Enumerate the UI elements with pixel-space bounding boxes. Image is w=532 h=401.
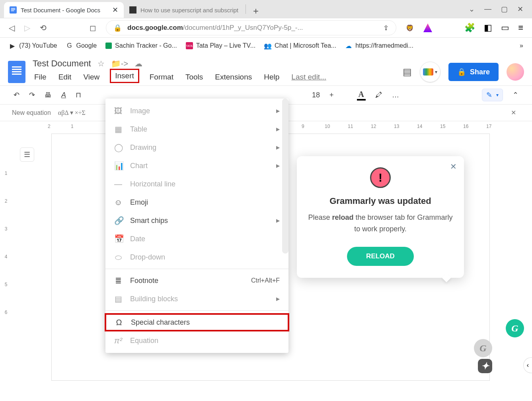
equation-symbols[interactable]: αβΔ ▾ ×÷Σ	[58, 109, 86, 116]
redo-icon[interactable]: ↷	[29, 91, 35, 99]
star-icon[interactable]: ☆	[97, 59, 105, 68]
minimize-icon[interactable]: —	[484, 5, 491, 13]
hline-icon: —	[114, 180, 122, 189]
bookmark-google[interactable]: GGoogle	[66, 42, 97, 49]
bookmark-teams[interactable]: 👥Chat | Microsoft Tea...	[264, 42, 336, 49]
menu-item-drawing[interactable]: ◯Drawing▶	[105, 138, 288, 157]
font-size-value[interactable]: 18	[312, 91, 320, 99]
side-panel-icon[interactable]: ◧	[484, 23, 492, 33]
menu-item-dropdown[interactable]: ⬭Drop-down	[105, 248, 288, 266]
menu-item-equation[interactable]: π²Equation	[105, 331, 288, 350]
explore-icon[interactable]: ✦	[478, 359, 492, 373]
highlight-icon[interactable]: 🖍	[375, 91, 382, 99]
bookmark-label: (73) YouTube	[19, 42, 57, 49]
menu-item-chart[interactable]: 📊Chart▶	[105, 157, 288, 175]
url-path: /document/d/1hP_y_UsnQ7YoPy-5p_-...	[183, 24, 303, 31]
menu-file[interactable]: File	[33, 71, 48, 83]
last-edit-link[interactable]: Last edit...	[290, 71, 328, 83]
tataplay-icon: TATA	[186, 42, 193, 49]
menu-item-emoji[interactable]: ☺Emoji	[105, 193, 288, 211]
close-window-icon[interactable]: ✕	[517, 5, 523, 14]
maximize-icon[interactable]: ▢	[501, 5, 508, 14]
google-icon: G	[66, 42, 73, 49]
share-button[interactable]: 🔒Share	[448, 63, 499, 81]
text-color-icon[interactable]: A	[357, 90, 366, 101]
menu-item-image[interactable]: 🖼Image▶	[105, 102, 288, 120]
bookmarks-bar: ▶(73) YouTube GGoogle Sachin Tracker - G…	[0, 38, 532, 54]
bookmark-sheets[interactable]: Sachin Tracker - Go...	[105, 42, 177, 49]
window-dropdown-icon[interactable]: ⌄	[469, 5, 475, 14]
smart-chips-icon: 🔗	[114, 216, 122, 225]
tab-active[interactable]: Test Document - Google Docs ✕	[4, 2, 124, 18]
bookmarks-overflow[interactable]: »	[520, 42, 523, 49]
menu-icon[interactable]: ≡	[518, 23, 523, 33]
print-icon[interactable]: 🖶	[45, 91, 52, 99]
grammarly-inline-icon[interactable]: G	[474, 339, 492, 357]
new-tab-button[interactable]: +	[249, 4, 263, 18]
bookmark-tab-icon[interactable]: ◻	[90, 23, 96, 33]
editing-mode-button[interactable]: ✎▾	[482, 89, 503, 101]
tab-inactive[interactable]: How to use superscript and subscript	[124, 2, 244, 18]
submenu-arrow-icon: ▶	[276, 145, 280, 150]
menu-insert[interactable]: Insert	[110, 69, 139, 83]
brave-shield-icon[interactable]: 🦁	[406, 24, 414, 32]
grammarly-fab-icon[interactable]: G	[506, 319, 524, 337]
emoji-icon: ☺	[114, 198, 122, 207]
youtube-icon: ▶	[9, 42, 16, 49]
menu-tools[interactable]: Tools	[184, 71, 205, 83]
menu-item-date[interactable]: 📅Date	[105, 230, 288, 248]
submenu-arrow-icon: ▶	[276, 218, 280, 223]
menu-help[interactable]: Help	[262, 71, 281, 83]
submenu-arrow-icon: ▶	[276, 296, 280, 302]
present-meet-button[interactable]: ▾	[420, 62, 440, 82]
spellcheck-icon[interactable]: A	[61, 91, 66, 99]
bookmark-onedrive[interactable]: ☁https://framedmedi...	[345, 42, 413, 49]
undo-icon[interactable]: ↶	[14, 91, 19, 99]
comments-icon[interactable]: ▤	[403, 66, 412, 77]
browser-chrome: Test Document - Google Docs ✕ How to use…	[0, 0, 532, 54]
brave-logo-icon[interactable]	[423, 23, 432, 32]
menu-item-smart-chips[interactable]: 🔗Smart chips▶	[105, 211, 288, 230]
share-url-icon[interactable]: ⇪	[383, 24, 389, 32]
extensions-icon[interactable]: 🧩	[464, 23, 475, 33]
bookmark-tataplay[interactable]: TATATata Play – Live TV...	[186, 42, 255, 49]
cloud-saved-icon[interactable]: ☁	[134, 59, 142, 68]
lock-icon: 🔒	[457, 68, 466, 76]
account-avatar[interactable]	[507, 63, 524, 81]
outline-toggle-icon[interactable]: ☰	[20, 147, 34, 162]
dropdown-icon: ⬭	[114, 253, 122, 262]
table-icon: ▦	[114, 124, 122, 134]
close-icon[interactable]: ✕	[511, 109, 516, 116]
menu-view[interactable]: View	[82, 71, 101, 83]
more-tools-icon[interactable]: …	[392, 91, 399, 99]
menu-item-footnote[interactable]: ≣FootnoteCtrl+Alt+F	[105, 271, 288, 290]
menu-item-special-characters[interactable]: ΩSpecial characters	[105, 313, 289, 331]
menu-item-building-blocks[interactable]: ▤Building blocks▶	[105, 290, 288, 308]
move-folder-icon[interactable]: 📁->	[111, 59, 128, 68]
menu-extensions[interactable]: Extensions	[213, 71, 253, 83]
reload-button[interactable]: RELOAD	[347, 247, 414, 266]
menu-format[interactable]: Format	[148, 71, 175, 83]
vertical-ruler[interactable]: 123456	[0, 132, 12, 380]
font-size-inc-icon[interactable]: +	[329, 91, 334, 99]
reload-icon[interactable]: ⟲	[40, 23, 47, 33]
chart-icon: 📊	[114, 161, 122, 170]
wallet-icon[interactable]: ▭	[501, 23, 509, 33]
collapse-toolbar-icon[interactable]: ⌃	[513, 91, 518, 99]
menu-item-table[interactable]: ▦Table▶	[105, 120, 288, 138]
close-icon[interactable]: ✕	[112, 6, 118, 14]
new-equation-label[interactable]: New equation	[12, 109, 51, 116]
menu-edit[interactable]: Edit	[57, 71, 73, 83]
close-icon[interactable]: ✕	[450, 162, 457, 171]
submenu-arrow-icon: ▶	[276, 163, 280, 169]
bookmark-youtube[interactable]: ▶(73) YouTube	[9, 42, 57, 49]
paint-format-icon[interactable]: ⊓	[76, 91, 81, 99]
google-docs-logo-icon[interactable]	[8, 61, 25, 83]
document-title[interactable]: Test Document	[33, 58, 91, 69]
url-host: docs.google.com	[127, 24, 183, 31]
menu-item-horizontal-line[interactable]: —Horizontal line	[105, 175, 288, 193]
google-docs-icon	[10, 6, 17, 14]
back-icon[interactable]: ◁	[9, 23, 15, 33]
alert-icon: !	[370, 167, 391, 188]
url-bar[interactable]: 🔒 docs.google.com/document/d/1hP_y_UsnQ7…	[106, 20, 396, 35]
